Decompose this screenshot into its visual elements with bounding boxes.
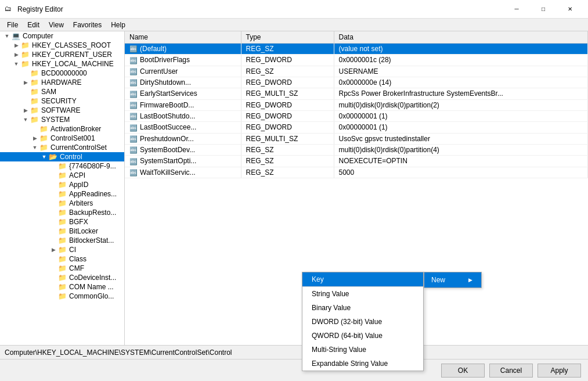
table-scroll[interactable]: Name Type Data 🔤(Default)REG_SZ(value no…	[125, 31, 588, 345]
folder-icon-ccs: 📁	[39, 143, 49, 152]
folder-icon-software: 📁	[30, 106, 39, 114]
tree-item-hardware[interactable]: ▶ 📁 HARDWARE	[0, 78, 124, 87]
tree-label-cmf: CMF	[69, 264, 84, 272]
cell-name: 🔤CurrentUser	[125, 66, 241, 77]
apply-button[interactable]: Apply	[538, 364, 581, 378]
tree-item-actbroker[interactable]: 📁 ActivationBroker	[0, 124, 124, 134]
table-row[interactable]: 🔤DirtyShutdown...REG_DWORD0x0000000e (14…	[125, 77, 588, 88]
cell-name: 🔤EarlyStartServices	[125, 88, 241, 99]
folder-icon-cmf: 📁	[58, 264, 67, 272]
table-row[interactable]: 🔤BootDriverFlagsREG_DWORD0x0000001c (28)	[125, 55, 588, 66]
window-title: Registry Editor	[17, 5, 503, 13]
table-row[interactable]: 🔤SystemStartOpti...REG_SZNOEXECUTE=OPTIN	[125, 156, 588, 167]
cell-data: multi(0)disk(0)rdisk(0)partition(4)	[334, 144, 588, 155]
folder-icon-class: 📁	[58, 255, 67, 263]
cell-data: NOEXECUTE=OPTIN	[334, 156, 588, 167]
tree-label-arbiters: Arbiters	[69, 199, 93, 207]
folder-icon-ci: 📁	[58, 246, 67, 254]
tree-item-security[interactable]: 📁 SECURITY	[0, 96, 124, 106]
tree-item-hkcu[interactable]: ▶ 📁 HKEY_CURRENT_USER	[0, 50, 124, 59]
tree-arrow-ci: ▶	[49, 247, 58, 253]
tree-item-bgfx[interactable]: 📁 BGFX	[0, 217, 124, 227]
tree-item-bitlocker[interactable]: 📁 BitLocker	[0, 227, 124, 236]
tree-item-computer[interactable]: ▼ 💻 Computer	[0, 31, 124, 41]
menu-favorites[interactable]: Favorites	[68, 20, 106, 30]
tree-arrow-software: ▶	[21, 107, 30, 113]
tree-item-comname[interactable]: 📁 COM Name ...	[0, 282, 124, 292]
cell-type: REG_MULTI_SZ	[241, 133, 334, 144]
table-row[interactable]: 🔤EarlyStartServicesREG_MULTI_SZRpcSs Pow…	[125, 88, 588, 99]
cell-data: 0x00000001 (1)	[334, 110, 588, 121]
table-row[interactable]: 🔤CurrentUserREG_SZUSERNAME	[125, 66, 588, 77]
table-row[interactable]: 🔤PreshutdownOr...REG_MULTI_SZUsoSvc gpsv…	[125, 133, 588, 144]
tree-item-class[interactable]: 📁 Class	[0, 254, 124, 264]
registry-values-panel: Name Type Data 🔤(Default)REG_SZ(value no…	[125, 31, 588, 345]
tree-item-backup[interactable]: 📁 BackupResto...	[0, 208, 124, 217]
tree-item-bitlockstat[interactable]: 📁 BitlockerStat...	[0, 236, 124, 245]
cancel-button[interactable]: Cancel	[489, 364, 533, 378]
tree-item-system[interactable]: ▼ 📁 SYSTEM	[0, 115, 124, 124]
tree-item-hkcr[interactable]: ▶ 📁 HKEY_CLASSES_ROOT	[0, 41, 124, 50]
cell-type: REG_SZ	[241, 156, 334, 167]
table-row[interactable]: 🔤LastBootShutdo...REG_DWORD0x00000001 (1…	[125, 110, 588, 121]
table-row[interactable]: 🔤FirmwareBootD...REG_DWORDmulti(0)disk(0…	[125, 99, 588, 110]
minimize-button[interactable]: ─	[503, 0, 530, 19]
folder-icon-hklm: 📁	[21, 60, 30, 68]
close-button[interactable]: ✕	[557, 0, 583, 19]
cell-data: RpcSs Power BrokerInfrastructure SystemE…	[334, 88, 588, 99]
tree-label-class: Class	[69, 255, 86, 263]
ok-button[interactable]: OK	[441, 364, 485, 378]
folder-icon-appread: 📁	[58, 190, 67, 198]
tree-arrow-control: ▼	[39, 154, 49, 160]
col-data: Data	[334, 31, 588, 44]
tree-label-hardware: HARDWARE	[41, 78, 82, 87]
folder-icon-acpi: 📁	[58, 171, 67, 179]
col-type: Type	[241, 31, 334, 44]
tree-item-arbiters[interactable]: 📁 Arbiters	[0, 199, 124, 208]
menu-edit[interactable]: Edit	[23, 20, 44, 30]
tree-item-appid[interactable]: 📁 AppID	[0, 180, 124, 189]
tree-item-hklm[interactable]: ▼ 📁 HKEY_LOCAL_MACHINE	[0, 59, 124, 69]
cell-type: REG_DWORD	[241, 55, 334, 66]
tree-item-control[interactable]: ▼ 📂 Control	[0, 152, 124, 161]
registry-tree[interactable]: ▼ 💻 Computer ▶ 📁 HKEY_CLASSES_ROOT ▶ 📁 H…	[0, 31, 125, 345]
folder-icon-system: 📁	[30, 116, 39, 124]
tree-arrow-ccs001: ▶	[30, 135, 39, 141]
tree-item-codev[interactable]: 📁 CoDeviceInst...	[0, 273, 124, 282]
tree-item-commonglo[interactable]: 📁 CommonGlo...	[0, 292, 124, 301]
tree-item-software[interactable]: ▶ 📁 SOFTWARE	[0, 106, 124, 115]
folder-icon-hkcr: 📁	[21, 41, 30, 49]
table-row[interactable]: 🔤LastBootSuccee...REG_DWORD0x00000001 (1…	[125, 122, 588, 133]
maximize-button[interactable]: □	[530, 0, 557, 19]
tree-label-hklm: HKEY_LOCAL_MACHINE	[32, 60, 114, 68]
main-container: ▼ 💻 Computer ▶ 📁 HKEY_CLASSES_ROOT ▶ 📁 H…	[0, 31, 588, 345]
menu-help[interactable]: Help	[106, 20, 130, 30]
tree-item-ccs[interactable]: ▼ 📁 CurrentControlSet	[0, 143, 124, 152]
table-row[interactable]: 🔤WaitToKillServic...REG_SZ5000	[125, 167, 588, 178]
computer-icon: 💻	[12, 32, 21, 40]
table-row[interactable]: 🔤SystemBootDev...REG_SZmulti(0)disk(0)rd…	[125, 144, 588, 155]
menu-view[interactable]: View	[44, 20, 68, 30]
cell-name: 🔤PreshutdownOr...	[125, 133, 241, 144]
tree-item-bcd[interactable]: 📁 BCD00000000	[0, 69, 124, 78]
tree-label-hkcu: HKEY_CURRENT_USER	[32, 51, 112, 59]
folder-icon-actbroker: 📁	[39, 125, 49, 133]
tree-item-sam[interactable]: 📁 SAM	[0, 87, 124, 96]
tree-item-acpi[interactable]: 📁 ACPI	[0, 171, 124, 180]
tree-item-appread[interactable]: 📁 AppReadines...	[0, 189, 124, 199]
tree-label-bitlockstat: BitlockerStat...	[69, 236, 114, 245]
menu-file[interactable]: File	[2, 20, 23, 30]
tree-arrow-hklm: ▼	[12, 61, 21, 67]
table-row[interactable]: 🔤(Default)REG_SZ(value not set)	[125, 44, 588, 55]
tree-item-ccs001[interactable]: ▶ 📁 ControlSet001	[0, 134, 124, 143]
folder-icon-appid: 📁	[58, 181, 67, 189]
tree-item-7746[interactable]: 📁 {7746D80F-9...	[0, 161, 124, 171]
cell-data: 5000	[334, 167, 588, 178]
tree-item-ci[interactable]: ▶ 📁 CI	[0, 245, 124, 254]
folder-icon-7746: 📁	[58, 162, 67, 170]
cell-name: 🔤BootDriverFlags	[125, 55, 241, 66]
folder-icon-comname: 📁	[58, 283, 67, 291]
title-bar: 🗂 Registry Editor ─ □ ✕	[0, 0, 588, 19]
tree-item-cmf[interactable]: 📁 CMF	[0, 264, 124, 273]
folder-icon-bgfx: 📁	[58, 218, 67, 226]
